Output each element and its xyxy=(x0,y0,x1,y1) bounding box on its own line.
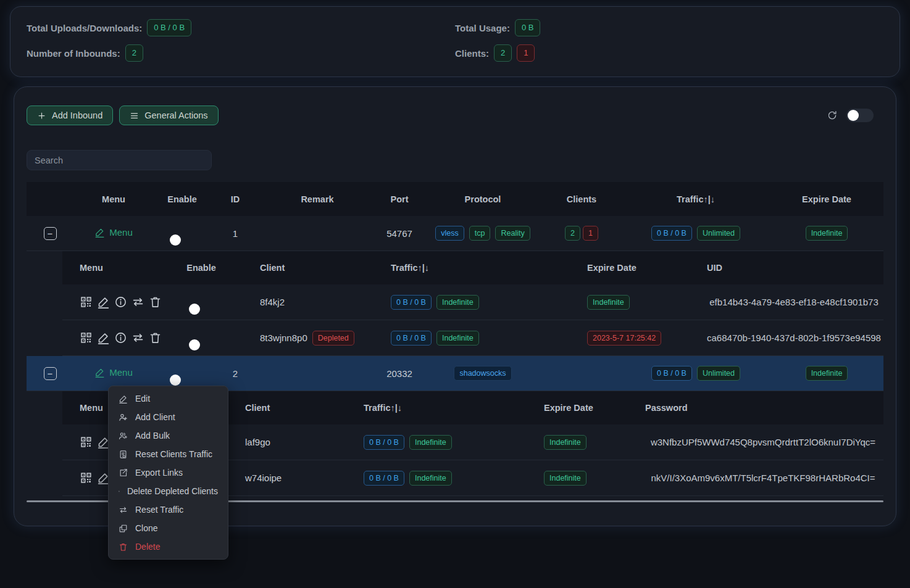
qr-code-icon[interactable] xyxy=(80,436,93,449)
col-menu: Menu xyxy=(73,194,154,204)
collapse-row-button[interactable]: − xyxy=(44,367,57,380)
col-client: Client xyxy=(223,403,340,413)
stat-total-usage: Total Usage: 0 B xyxy=(455,19,883,36)
inbound-menu-label: Menu xyxy=(109,367,133,378)
col-uid: UID xyxy=(704,263,883,273)
reset-traffic-icon[interactable] xyxy=(131,296,144,308)
client-traffic-tag: 0 B / 0 B xyxy=(364,435,404,450)
col-password: Password xyxy=(643,403,883,413)
clients-depleted-tag: 1 xyxy=(583,226,598,241)
menu-item-add-client[interactable]: Add Client xyxy=(109,408,228,426)
toolbar-right xyxy=(827,109,883,122)
add-inbound-button[interactable]: Add Inbound xyxy=(27,106,113,125)
menu-item-delete-depleted-clients[interactable]: Delete Depleted Clients xyxy=(109,482,228,500)
client-name: laf9go xyxy=(223,437,340,447)
general-actions-label: General Actions xyxy=(144,110,207,120)
client-traffic-limit-tag: Indefinite xyxy=(409,471,452,486)
clients-depleted-badge: 1 xyxy=(517,44,535,62)
client-expire-tag: Indefinite xyxy=(544,471,586,486)
menu-item-reset-traffic[interactable]: Reset Traffic xyxy=(109,500,228,519)
col-protocol: Protocol xyxy=(424,194,541,204)
edit-icon[interactable] xyxy=(97,296,110,308)
toolbar-buttons: Add Inbound General Actions xyxy=(27,106,219,125)
col-traffic[interactable]: Traffic↑|↓ xyxy=(622,194,770,204)
general-actions-button[interactable]: General Actions xyxy=(119,106,218,125)
stats-panel: Total Uploads/Downloads: 0 B / 0 B Numbe… xyxy=(10,6,900,77)
client-name: 8t3wjnn8p0 xyxy=(260,333,307,343)
client-expire-tag: Indefinite xyxy=(587,295,630,310)
expire-tag: Indefinite xyxy=(806,226,848,241)
toolbar: Add Inbound General Actions xyxy=(27,106,883,125)
total-usage-badge: 0 B xyxy=(515,19,541,36)
inbound-id: 1 xyxy=(211,228,260,239)
menu-item-label: Add Client xyxy=(135,412,175,422)
collapse-row-button[interactable]: − xyxy=(44,227,57,240)
qr-code-icon[interactable] xyxy=(80,471,93,484)
menu-item-reset-clients-traffic[interactable]: Reset Clients Traffic xyxy=(109,445,228,463)
col-remark: Remark xyxy=(260,194,375,204)
theme-toggle[interactable] xyxy=(846,109,874,122)
client-expire-tag: 2023-5-7 17:25:42 xyxy=(587,331,661,346)
vless-client-row-1: 8f4kj2 0 B / 0 B Indefinite Indefinite e… xyxy=(62,284,883,320)
delete-icon[interactable] xyxy=(149,331,162,344)
col-traffic[interactable]: Traffic↑|↓ xyxy=(340,403,519,413)
protocol-tag-shadowsocks: shadowsocks xyxy=(454,366,511,381)
menu-item-label: Delete xyxy=(135,542,160,552)
col-clients: Clients xyxy=(541,194,622,204)
traffic-limit-tag: Unlimited xyxy=(697,226,740,241)
clients-active-tag: 2 xyxy=(565,226,580,241)
qr-code-icon[interactable] xyxy=(80,331,93,344)
inbound-port: 20332 xyxy=(375,368,424,379)
col-traffic[interactable]: Traffic↑|↓ xyxy=(390,263,575,273)
vless-client-row-2: 8t3wjnn8p0 Depleted 0 B / 0 B Indefinite… xyxy=(62,320,883,356)
file-sync-icon xyxy=(119,450,128,459)
delete-icon[interactable] xyxy=(149,296,162,308)
col-expire-date: Expire Date xyxy=(575,263,704,273)
menu-item-edit[interactable]: Edit xyxy=(109,389,228,408)
inbound-menu-link[interactable]: Menu xyxy=(94,367,133,378)
col-expire-date: Expire Date xyxy=(519,403,643,413)
trash-icon xyxy=(119,542,128,552)
menu-item-export-links[interactable]: Export Links xyxy=(109,463,228,482)
clients-label: Clients: xyxy=(455,48,489,59)
menu-item-clone[interactable]: Clone xyxy=(109,519,228,537)
client-name: 8f4kj2 xyxy=(235,297,390,307)
qr-code-icon[interactable] xyxy=(80,296,93,308)
vless-clients-header: Menu Enable Client Traffic↑|↓ Expire Dat… xyxy=(62,251,883,284)
edit-icon xyxy=(94,367,105,378)
edit-icon[interactable] xyxy=(97,331,110,344)
info-icon[interactable] xyxy=(114,331,127,344)
menu-item-label: Delete Depleted Clients xyxy=(127,486,218,496)
inbounds-count-label: Number of Inbounds: xyxy=(27,48,120,59)
protocol-tag-tcp: tcp xyxy=(469,226,491,241)
col-expire-date: Expire Date xyxy=(770,194,883,204)
col-id: ID xyxy=(211,194,260,204)
client-traffic-tag: 0 B / 0 B xyxy=(391,331,432,346)
stat-clients: Clients: 2 1 xyxy=(455,44,883,62)
client-traffic-limit-tag: Indefinite xyxy=(409,435,452,450)
reset-traffic-icon[interactable] xyxy=(131,331,144,344)
edit-icon xyxy=(119,394,128,404)
traffic-limit-tag: Unlimited xyxy=(697,366,740,381)
inbound-actions-dropdown: Edit Add Client Add Bulk Reset Clients T… xyxy=(108,386,228,560)
info-icon[interactable] xyxy=(114,296,127,308)
refresh-icon[interactable] xyxy=(827,110,838,121)
stats-left-column: Total Uploads/Downloads: 0 B / 0 B Numbe… xyxy=(27,19,191,64)
inbound-port: 54767 xyxy=(375,228,424,239)
menu-item-add-bulk[interactable]: Add Bulk xyxy=(109,426,228,445)
traffic-tag: 0 B / 0 B xyxy=(651,226,692,241)
search-input[interactable] xyxy=(27,150,212,170)
client-traffic-limit-tag: Indefinite xyxy=(436,295,479,310)
vless-clients-expanded-section: Menu Enable Client Traffic↑|↓ Expire Dat… xyxy=(27,251,883,356)
inbound-menu-link[interactable]: Menu xyxy=(94,227,133,238)
protocol-tag-reality: Reality xyxy=(495,226,530,241)
swap-icon xyxy=(119,505,128,515)
col-menu: Menu xyxy=(62,263,167,273)
col-enable: Enable xyxy=(167,263,235,273)
menu-item-label: Add Bulk xyxy=(135,431,170,441)
uploads-downloads-value-badge: 0 B / 0 B xyxy=(147,19,191,36)
client-expire-tag: Indefinite xyxy=(544,435,586,450)
copy-icon xyxy=(119,524,128,533)
menu-item-delete[interactable]: Delete xyxy=(109,537,228,556)
menu-item-label: Reset Traffic xyxy=(135,505,183,515)
